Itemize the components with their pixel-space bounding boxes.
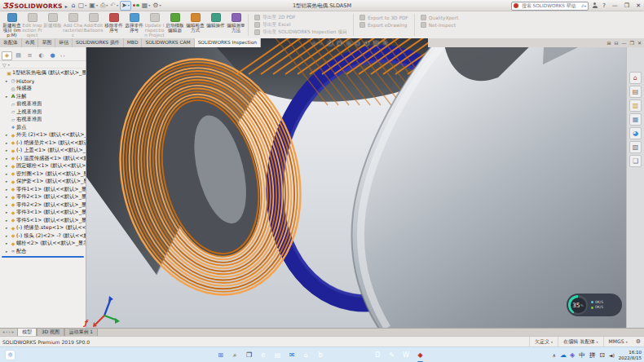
- tree-item[interactable]: ▸ (-) 上盖<1> (默认<<默认>_显示状: [0, 147, 86, 155]
- doc-close-icon[interactable]: ✕: [637, 38, 642, 47]
- status-gear-icon[interactable]: ⚙: [633, 338, 644, 345]
- task-view-icon[interactable]: ❐: [244, 350, 254, 360]
- model-tab[interactable]: 模型: [17, 328, 37, 336]
- model-tab[interactable]: 运动算例 1: [64, 328, 98, 336]
- tree-item[interactable]: ▸ 零件5<1> (默认<<默认>_显示状态: [0, 217, 86, 225]
- undo-icon[interactable]: ↶ ▾: [109, 1, 119, 11]
- search-input[interactable]: [520, 2, 581, 9]
- tab-configurationmanager[interactable]: ≡: [24, 51, 35, 60]
- ribbon-button[interactable]: 启动模板编辑器: [165, 11, 185, 38]
- tree-item[interactable]: ▸ (-) 接头 (2)<2> -? (默认<<默认>: [0, 232, 86, 241]
- ime-mode-indicator[interactable]: 拼: [589, 351, 596, 360]
- ime-language-indicator[interactable]: 中: [579, 351, 585, 360]
- tree-item[interactable]: ▸ (-) 绝缘垫片<1> (默认<<默认>_显: [0, 139, 86, 148]
- tree-item[interactable]: ▸ 固定螺栓<1> (默认<<默认>_显示状: [0, 162, 86, 170]
- display-grid-icon[interactable]: ▦ ▾: [141, 1, 152, 11]
- select-arrow-icon[interactable]: ➤ ▾: [120, 1, 131, 11]
- command-tab[interactable]: SOLIDWORKS CAM: [142, 38, 194, 47]
- solidworks-icon[interactable]: ◆: [415, 350, 426, 360]
- ribbon-button[interactable]: 编辑操作: [205, 11, 226, 38]
- model-tab[interactable]: 3D 视图: [37, 328, 64, 336]
- tree-item[interactable]: ▸ 密封圈<1> (默认<<默认>_显示状态: [0, 170, 86, 179]
- widgets-icon[interactable]: ☼: [5, 350, 15, 360]
- view-palette-icon[interactable]: ▦: [629, 113, 642, 126]
- home-icon[interactable]: ⌂ ▾: [71, 1, 77, 11]
- tree-item[interactable]: ▸ 原点: [0, 124, 86, 132]
- apply-scene-icon[interactable]: ▦: [373, 40, 379, 46]
- tab-dimxpertmanager[interactable]: ◐: [36, 51, 46, 60]
- save-icon[interactable]: ▣ ▾: [88, 1, 99, 11]
- tree-item[interactable]: ▸ 注解: [0, 93, 86, 101]
- dropdown-caret-icon[interactable]: ▾: [128, 3, 130, 7]
- tree-item[interactable]: ▸ 零件2<2> (默认<<默认>_显示状态: [0, 201, 86, 210]
- section-view-icon[interactable]: ◪: [327, 40, 333, 46]
- dictionary-icon[interactable]: D: [373, 350, 383, 360]
- cast-icon[interactable]: ⊡: [599, 350, 605, 360]
- status-item[interactable]: MMGS▾: [603, 337, 633, 347]
- start-icon[interactable]: ⊞: [215, 350, 226, 360]
- traffic-light-icon[interactable]: ▾: [132, 1, 140, 11]
- restore-button[interactable]: ❐: [623, 2, 631, 9]
- command-tab[interactable]: 布局: [22, 38, 39, 47]
- ribbon-button[interactable]: Update Inspection Project: [144, 11, 165, 38]
- tree-item[interactable]: ▸ 保护套<1> (默认<<默认>_显示状态: [0, 178, 86, 186]
- new-document-icon[interactable]: ▢ ▾: [77, 1, 88, 11]
- store-icon[interactable]: ⌂: [301, 350, 311, 360]
- tree-item[interactable]: ▸ 配合: [0, 248, 86, 256]
- doc-minimize-icon[interactable]: —: [622, 38, 627, 47]
- ribbon-button[interactable]: Edit Inspection Project: [22, 11, 42, 38]
- ribbon-button[interactable]: 编辑测量方法: [226, 11, 246, 38]
- edit-appearance-icon[interactable]: ◕: [364, 40, 369, 46]
- doc-split-icon[interactable]: ⊟: [615, 38, 619, 47]
- ribbon-small-button[interactable]: Net-Inspect: [421, 21, 459, 29]
- tab-scroll-buttons[interactable]: «‹›»: [0, 329, 17, 336]
- tree-item[interactable]: ▸ (-) 温度传感器<1> (默认<<默认>_: [0, 155, 86, 163]
- file-explorer-icon[interactable]: ▤: [272, 350, 283, 360]
- tab-featuremanager[interactable]: ◈: [2, 51, 12, 60]
- tab-displaymanager[interactable]: ●: [47, 51, 58, 60]
- zoom-hud[interactable]: 35% 0K/S 0K/S: [567, 294, 622, 316]
- zoom-area-icon[interactable]: ⌕: [320, 40, 323, 46]
- tree-item[interactable]: ▸ 零件1<1> (默认<<默认>_显示状态=: [0, 186, 86, 194]
- viewport-3d[interactable]: [86, 38, 644, 328]
- help-search-box[interactable]: ⌕ ▾: [511, 2, 589, 11]
- tree-item[interactable]: ▸ History: [0, 77, 86, 86]
- file-explorer-pane-icon[interactable]: ▥: [629, 99, 642, 112]
- command-tab[interactable]: SOLIDWORKS 插件: [73, 38, 124, 47]
- ribbon-small-button[interactable]: 导出至 Excel: [254, 21, 347, 29]
- ribbon-button[interactable]: 新建模板: [42, 11, 63, 38]
- onedrive-icon[interactable]: ☁: [560, 350, 567, 360]
- custom-properties-icon[interactable]: ▧: [629, 141, 642, 153]
- view-orientation-icon[interactable]: ▣: [337, 40, 342, 46]
- status-item[interactable]: 在编辑 装配体▾: [558, 337, 603, 347]
- ribbon-button[interactable]: Add Characteristic: [63, 11, 83, 38]
- mail-icon[interactable]: ✉: [287, 350, 298, 360]
- help-button[interactable]: ?: [601, 2, 607, 9]
- zoom-fit-icon[interactable]: ⌂: [312, 40, 315, 46]
- tree-item[interactable]: ▸ 外壳 (2)<1> (默认<<默认>_显示状: [0, 131, 86, 139]
- appearances-scenes-icon[interactable]: ◕: [629, 127, 642, 139]
- minimize-button[interactable]: —: [611, 2, 620, 9]
- command-tab[interactable]: 草图: [38, 38, 55, 47]
- search-icon[interactable]: ⌕: [230, 350, 240, 360]
- defender-icon[interactable]: ◈: [570, 350, 575, 360]
- tray-chevron-icon[interactable]: ∧: [553, 352, 556, 358]
- view-settings-icon[interactable]: ⚙: [383, 40, 388, 46]
- tree-item[interactable]: ▸ 零件2<1> (默认<<默认>_显示状态: [0, 193, 86, 201]
- tree-item[interactable]: ▸ 传感器: [0, 85, 86, 93]
- notes-icon[interactable]: ✎: [386, 350, 397, 360]
- tree-filter[interactable]: ▽ ▾: [0, 61, 86, 68]
- doc-restore-icon[interactable]: ❐: [630, 38, 634, 47]
- chrome-icon[interactable]: [344, 350, 355, 360]
- ribbon-button[interactable]: 编辑检查方式: [185, 11, 205, 38]
- word-icon[interactable]: W: [401, 350, 412, 360]
- ribbon-small-button[interactable]: Export eDrawing: [359, 21, 408, 29]
- tree-item[interactable]: ▸ 右视基准面: [0, 116, 86, 124]
- dropdown-caret-icon[interactable]: ▾: [117, 3, 118, 7]
- taskbar-clock[interactable]: 16:10 2022/8/15: [619, 350, 642, 360]
- browser-icon[interactable]: [358, 350, 368, 360]
- status-item[interactable]: 欠定义▾: [529, 337, 558, 347]
- logo-expand-icon[interactable]: ▸: [65, 3, 68, 9]
- ribbon-button[interactable]: Add/Edit Balloons: [83, 11, 104, 38]
- sw-resources-icon[interactable]: ⌂: [629, 72, 642, 84]
